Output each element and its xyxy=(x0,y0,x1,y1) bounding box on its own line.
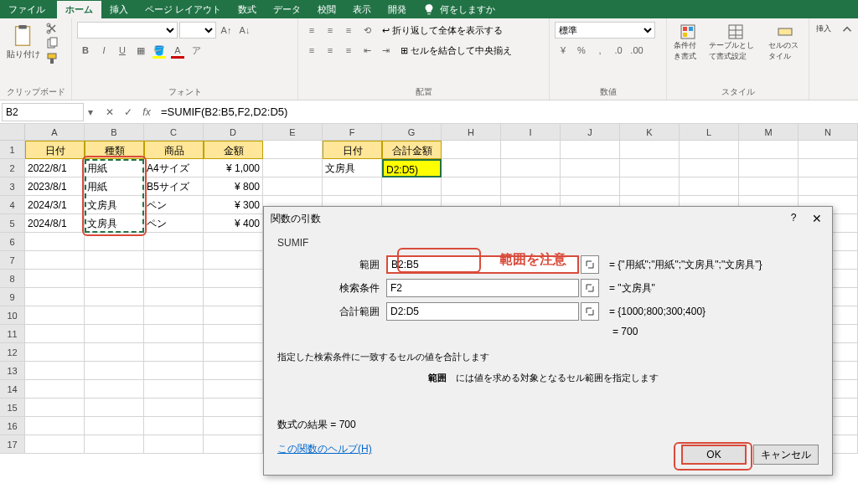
border-button[interactable]: ▦ xyxy=(132,42,149,59)
arg-input-sumrange[interactable] xyxy=(386,302,579,321)
cell-C15[interactable] xyxy=(144,399,204,417)
row-header-17[interactable]: 17 xyxy=(0,435,25,454)
cell-A12[interactable] xyxy=(25,343,85,362)
row-header-9[interactable]: 9 xyxy=(0,288,25,306)
tab-formulas[interactable]: 数式 xyxy=(230,1,265,18)
cell-D17[interactable] xyxy=(204,435,263,454)
cell-D15[interactable] xyxy=(204,399,263,417)
row-header-1[interactable]: 1 xyxy=(0,141,25,159)
cell-A13[interactable] xyxy=(25,362,85,380)
col-header-H[interactable]: H xyxy=(442,124,501,141)
cell-F1[interactable]: 日付 xyxy=(323,141,382,159)
row-header-6[interactable]: 6 xyxy=(0,233,25,251)
tab-file[interactable]: ファイル xyxy=(0,1,57,18)
cell-M1[interactable] xyxy=(739,141,799,159)
cell-D3[interactable]: ¥ 800 xyxy=(204,177,263,196)
cell-A17[interactable] xyxy=(25,435,85,454)
cell-A11[interactable] xyxy=(25,325,85,343)
cell-D13[interactable] xyxy=(204,362,263,380)
col-header-A[interactable]: A xyxy=(25,124,85,141)
cell-H2[interactable] xyxy=(442,159,501,177)
cell-B10[interactable] xyxy=(85,306,144,325)
col-header-F[interactable]: F xyxy=(323,124,382,141)
format-table-button[interactable]: テーブルとして書式設定 xyxy=(707,22,763,64)
merge-center-button[interactable]: ⊞ セルを結合して中央揃え xyxy=(401,44,512,57)
row-header-3[interactable]: 3 xyxy=(0,177,25,196)
cell-B4[interactable]: 文房具 xyxy=(85,196,144,214)
cell-B17[interactable] xyxy=(85,435,144,454)
row-header-12[interactable]: 12 xyxy=(0,343,25,362)
cell-B12[interactable] xyxy=(85,343,144,362)
cancel-button[interactable]: キャンセル xyxy=(753,445,819,465)
cell-K3[interactable] xyxy=(620,177,680,196)
row-header-15[interactable]: 15 xyxy=(0,399,25,417)
cell-A3[interactable]: 2023/8/1 xyxy=(25,177,85,196)
cell-A16[interactable] xyxy=(25,417,85,435)
col-header-G[interactable]: G xyxy=(382,124,442,141)
dialog-help-icon[interactable]: ? xyxy=(785,212,802,225)
font-family-select[interactable] xyxy=(77,22,178,39)
cell-D4[interactable]: ¥ 300 xyxy=(204,196,263,214)
italic-button[interactable]: I xyxy=(96,42,112,59)
dialog-close-icon[interactable]: ✕ xyxy=(809,212,825,225)
collapse-ribbon-icon[interactable] xyxy=(840,22,855,37)
cell-B1[interactable]: 種類 xyxy=(85,141,144,159)
cell-J2[interactable] xyxy=(561,159,620,177)
col-header-K[interactable]: K xyxy=(620,124,680,141)
arg-input-range[interactable] xyxy=(386,255,579,274)
currency-icon[interactable]: ¥ xyxy=(555,42,571,59)
cell-D5[interactable]: ¥ 400 xyxy=(204,214,263,233)
cell-G1[interactable]: 合計金額 xyxy=(382,141,442,159)
row-header-5[interactable]: 5 xyxy=(0,214,25,233)
cell-D2[interactable]: ¥ 1,000 xyxy=(204,159,263,177)
cell-C3[interactable]: B5サイズ xyxy=(144,177,204,196)
tell-me[interactable]: 何をしますか xyxy=(423,3,495,16)
ok-button[interactable]: OK xyxy=(681,445,747,465)
cell-C11[interactable] xyxy=(144,325,204,343)
row-header-14[interactable]: 14 xyxy=(0,380,25,399)
cell-D14[interactable] xyxy=(204,380,263,399)
indent-inc-icon[interactable]: ⇥ xyxy=(377,42,394,59)
cell-E1[interactable] xyxy=(263,141,323,159)
tab-dev[interactable]: 開発 xyxy=(380,1,415,18)
decrease-decimal-icon[interactable]: .00 xyxy=(628,42,645,59)
decrease-font-icon[interactable]: A↓ xyxy=(236,22,253,39)
cell-A8[interactable] xyxy=(25,270,85,288)
row-header-16[interactable]: 16 xyxy=(0,417,25,435)
ref-select-icon[interactable] xyxy=(581,302,599,321)
cell-M2[interactable] xyxy=(739,159,799,177)
insert-button[interactable]: 挿入 xyxy=(814,22,833,36)
cut-icon[interactable] xyxy=(45,22,59,35)
number-format-select[interactable]: 標準 xyxy=(555,22,655,39)
cell-A1[interactable]: 日付 xyxy=(25,141,85,159)
tab-home[interactable]: ホーム xyxy=(57,1,101,18)
select-all-corner[interactable] xyxy=(0,124,25,141)
cell-C2[interactable]: A4サイズ xyxy=(144,159,204,177)
align-middle-icon[interactable]: ≡ xyxy=(322,22,339,39)
cell-C9[interactable] xyxy=(144,288,204,306)
cell-C10[interactable] xyxy=(144,306,204,325)
align-right-icon[interactable]: ≡ xyxy=(340,42,357,59)
indent-dec-icon[interactable]: ⇤ xyxy=(359,42,375,59)
cell-B3[interactable]: 用紙 xyxy=(85,177,144,196)
tab-review[interactable]: 校閲 xyxy=(309,1,344,18)
cell-I2[interactable] xyxy=(501,159,561,177)
cell-B9[interactable] xyxy=(85,288,144,306)
row-header-2[interactable]: 2 xyxy=(0,159,25,177)
cell-A15[interactable] xyxy=(25,399,85,417)
paste-button[interactable]: 貼り付け xyxy=(5,22,42,62)
cell-B7[interactable] xyxy=(85,251,144,270)
cell-E3[interactable] xyxy=(263,177,323,196)
col-header-D[interactable]: D xyxy=(204,124,263,141)
cell-B8[interactable] xyxy=(85,270,144,288)
cell-B6[interactable] xyxy=(85,233,144,251)
ref-select-icon[interactable] xyxy=(581,255,599,274)
col-header-E[interactable]: E xyxy=(263,124,323,141)
cell-G3[interactable] xyxy=(382,177,442,196)
align-top-icon[interactable]: ≡ xyxy=(303,22,320,39)
cell-B14[interactable] xyxy=(85,380,144,399)
col-header-B[interactable]: B xyxy=(85,124,144,141)
cell-A2[interactable]: 2022/8/1 xyxy=(25,159,85,177)
fx-icon[interactable]: fx xyxy=(139,105,154,120)
cell-C7[interactable] xyxy=(144,251,204,270)
